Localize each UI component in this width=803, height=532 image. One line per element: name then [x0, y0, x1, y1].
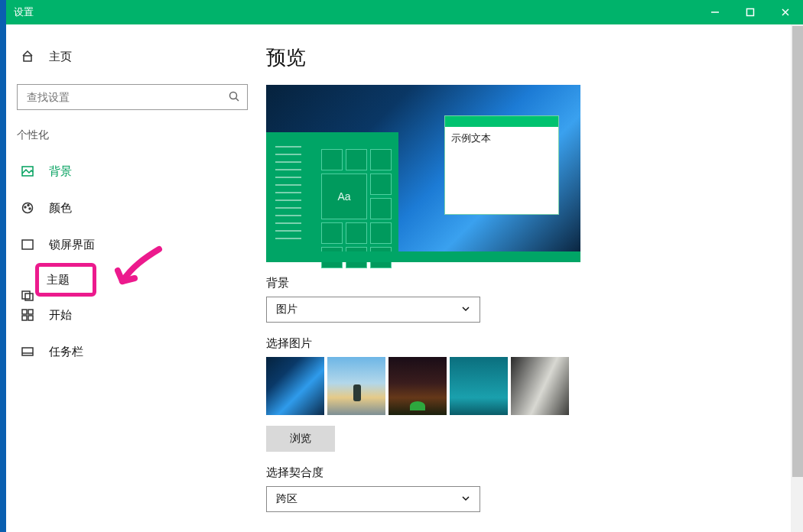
preview-sample-text: 示例文本	[445, 127, 558, 150]
search-input[interactable]	[17, 84, 248, 110]
nav-home[interactable]: 主页	[17, 40, 248, 73]
svg-rect-8	[22, 240, 33, 249]
svg-rect-12	[28, 316, 33, 320]
search-icon	[229, 91, 239, 104]
palette-icon	[20, 201, 35, 215]
sidebar-item-label: 主题	[47, 273, 70, 287]
search-field[interactable]	[25, 90, 229, 104]
content-area: 预览 Aa 示例文本 背景	[260, 24, 803, 532]
svg-rect-15	[22, 291, 30, 299]
page-title: 预览	[266, 44, 803, 71]
svg-point-2	[230, 92, 237, 99]
dropdown-value: 图片	[276, 303, 297, 316]
browse-button[interactable]: 浏览	[266, 426, 335, 452]
picture-thumb[interactable]	[511, 357, 569, 415]
scrollbar-thumb[interactable]	[792, 26, 803, 477]
svg-rect-0	[747, 9, 754, 16]
svg-point-6	[28, 205, 29, 206]
sidebar-item-background[interactable]: 背景	[17, 153, 248, 190]
themes-icon	[20, 289, 35, 303]
picture-thumb[interactable]	[450, 357, 508, 415]
close-button[interactable]	[768, 0, 803, 24]
chevron-down-icon	[461, 493, 470, 505]
sidebar-item-start[interactable]: 开始	[17, 297, 248, 333]
home-icon	[20, 50, 35, 63]
sidebar-item-label: 背景	[49, 164, 72, 179]
sidebar-item-color[interactable]: 颜色	[17, 190, 248, 226]
background-type-dropdown[interactable]: 图片	[266, 297, 480, 323]
maximize-button[interactable]	[733, 0, 768, 24]
nav-home-label: 主页	[49, 50, 72, 64]
sidebar-item-label: 开始	[49, 308, 72, 323]
picture-thumbnails	[266, 357, 803, 415]
sidebar-item-label: 锁屏界面	[49, 238, 95, 252]
browse-button-label: 浏览	[290, 432, 311, 446]
sidebar: 主页 个性化 背景	[6, 24, 260, 532]
sidebar-item-lockscreen[interactable]: 锁屏界面	[17, 226, 248, 263]
picture-icon	[20, 164, 35, 178]
choose-picture-label: 选择图片	[266, 336, 803, 351]
lockscreen-icon	[20, 238, 35, 251]
background-label: 背景	[266, 276, 803, 290]
preview-tile-sample: Aa	[321, 174, 367, 219]
minimize-button[interactable]	[697, 0, 733, 24]
svg-rect-11	[22, 316, 27, 320]
dropdown-value: 跨区	[276, 492, 297, 506]
window-title: 设置	[6, 5, 34, 19]
sidebar-item-taskbar[interactable]: 任务栏	[17, 333, 248, 370]
picture-thumb[interactable]	[266, 357, 324, 415]
fit-dropdown[interactable]: 跨区	[266, 486, 480, 512]
svg-rect-9	[22, 310, 27, 314]
titlebar: 设置	[6, 0, 803, 24]
preview-sample-window: 示例文本	[444, 115, 559, 215]
start-icon	[20, 308, 35, 322]
sidebar-item-themes[interactable]: 主题	[35, 263, 96, 297]
picture-thumb[interactable]	[388, 357, 447, 415]
desktop-preview: Aa 示例文本	[266, 85, 580, 262]
svg-rect-1	[24, 56, 31, 61]
svg-rect-13	[22, 348, 33, 355]
sidebar-section-label: 个性化	[17, 128, 248, 142]
chevron-down-icon	[461, 303, 470, 316]
sidebar-item-label: 颜色	[49, 201, 72, 216]
picture-thumb[interactable]	[327, 357, 385, 415]
vertical-scrollbar[interactable]	[791, 24, 803, 532]
svg-point-7	[29, 208, 31, 209]
taskbar-icon	[20, 345, 35, 358]
svg-rect-10	[28, 310, 33, 314]
svg-point-5	[24, 206, 26, 208]
sidebar-item-label: 任务栏	[49, 345, 83, 359]
fit-label: 选择契合度	[266, 466, 803, 480]
